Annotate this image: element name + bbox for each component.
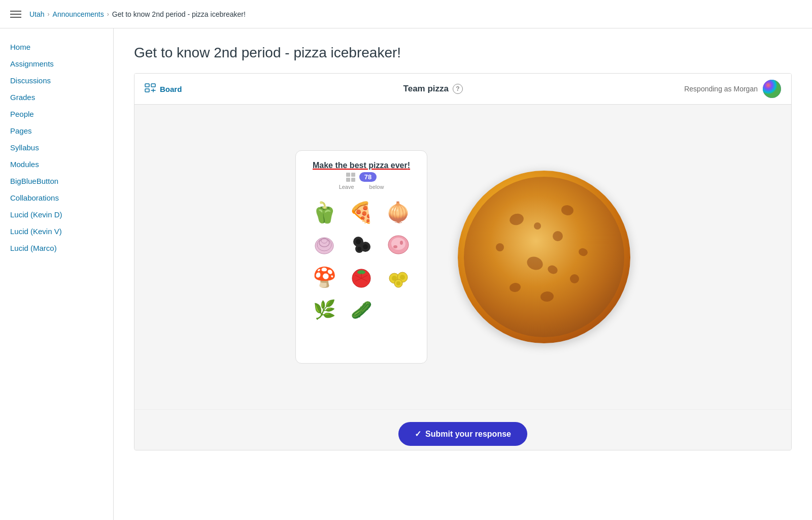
sidebar-item-lucid-kevin-d[interactable]: Lucid (Kevin D) xyxy=(0,206,113,223)
sidebar-item-assignments[interactable]: Assignments xyxy=(0,55,113,72)
breadcrumb-sep-1: › xyxy=(48,11,50,18)
pizza-display xyxy=(458,171,630,343)
help-icon[interactable]: ? xyxy=(453,84,463,94)
svg-point-16 xyxy=(391,238,405,250)
breadcrumb-current: Get to know 2nd period - pizza icebreake… xyxy=(112,10,246,18)
badge-right: below xyxy=(369,184,384,190)
title-emphasis: ever xyxy=(391,161,408,170)
layout: Home Assignments Discussions Grades Peop… xyxy=(0,28,812,520)
board-icon xyxy=(145,83,156,94)
svg-rect-0 xyxy=(145,84,149,87)
breadcrumb-section[interactable]: Announcements xyxy=(53,10,104,18)
svg-point-17 xyxy=(393,245,397,248)
topping-olives[interactable] xyxy=(345,231,378,259)
svg-point-5 xyxy=(315,238,333,254)
responding-as-text: Responding as Morgan xyxy=(684,85,758,93)
avatar xyxy=(763,80,781,98)
breadcrumb: Utah › Announcements › Get to know 2nd p… xyxy=(29,10,246,18)
svg-point-29 xyxy=(400,275,405,280)
breadcrumb-course[interactable]: Utah xyxy=(29,10,45,18)
submit-label: Submit your response xyxy=(425,430,511,439)
topping-cheese[interactable]: 🧅 xyxy=(382,198,415,226)
board-team: Team pizza ? xyxy=(403,84,463,94)
board-right: Responding as Morgan xyxy=(684,80,781,98)
sidebar-item-syllabus[interactable]: Syllabus xyxy=(0,139,113,156)
grid-icon xyxy=(346,173,356,182)
svg-point-4 xyxy=(763,80,781,98)
count-badge: 78 xyxy=(359,172,377,182)
activity-title: Make the best pizza ever! xyxy=(306,161,417,170)
svg-point-31 xyxy=(396,281,400,285)
menu-toggle[interactable] xyxy=(8,9,23,20)
title-suffix: ! xyxy=(408,161,410,170)
topping-pickled[interactable]: 🥒 xyxy=(345,296,378,324)
check-icon: ✓ xyxy=(415,429,421,439)
svg-point-12 xyxy=(363,244,368,249)
topping-mushroom[interactable]: 🍄 xyxy=(308,263,341,291)
topbar: Utah › Announcements › Get to know 2nd p… xyxy=(0,0,812,28)
sidebar: Home Assignments Discussions Grades Peop… xyxy=(0,28,114,520)
sidebar-item-modules[interactable]: Modules xyxy=(0,156,113,173)
svg-point-10 xyxy=(356,239,361,244)
board-left: Board xyxy=(145,83,182,94)
board-label[interactable]: Board xyxy=(160,85,182,93)
topping-green-pepper[interactable]: 🫑 xyxy=(308,198,341,226)
topping-onion[interactable] xyxy=(308,231,341,259)
title-text: Make the best pizza xyxy=(313,161,391,170)
badge-left: Leave xyxy=(339,184,354,190)
sidebar-item-bigbluebutton[interactable]: BigBlueButton xyxy=(0,173,113,189)
sidebar-item-people[interactable]: People xyxy=(0,106,113,122)
svg-point-18 xyxy=(400,241,403,245)
board-content: Make the best pizza ever! 78 Leave below xyxy=(134,105,791,409)
topping-pineapple[interactable] xyxy=(382,263,415,291)
toppings-card: Make the best pizza ever! 78 Leave below xyxy=(295,150,427,364)
sidebar-item-lucid-kevin-v[interactable]: Lucid (Kevin V) xyxy=(0,223,113,240)
topping-herb[interactable]: 🌿 xyxy=(308,296,341,324)
sidebar-item-pages[interactable]: Pages xyxy=(0,122,113,139)
topping-tomato[interactable] xyxy=(345,263,378,291)
sidebar-item-collaborations[interactable]: Collaborations xyxy=(0,189,113,206)
svg-rect-2 xyxy=(145,89,149,92)
pizza-activity: Make the best pizza ever! 78 Leave below xyxy=(295,150,630,364)
svg-point-14 xyxy=(357,247,361,251)
page-title: Get to know 2nd period - pizza icebreake… xyxy=(134,45,792,61)
topping-pepperoni[interactable]: 🍕 xyxy=(345,198,378,226)
toppings-grid: 🫑 🍕 🧅 xyxy=(306,196,417,326)
pizza-spots xyxy=(458,171,630,343)
submit-area: ✓ Submit your response xyxy=(134,409,791,450)
badge-area: 78 xyxy=(306,172,417,182)
submit-button[interactable]: ✓ Submit your response xyxy=(398,422,527,446)
svg-rect-1 xyxy=(151,84,155,87)
sidebar-item-lucid-marco[interactable]: Lucid (Marco) xyxy=(0,240,113,256)
sidebar-item-discussions[interactable]: Discussions xyxy=(0,72,113,89)
topping-ham[interactable] xyxy=(382,231,415,259)
main-content: Get to know 2nd period - pizza icebreake… xyxy=(114,28,812,520)
team-name: Team pizza xyxy=(403,84,449,94)
sidebar-item-grades[interactable]: Grades xyxy=(0,89,113,106)
breadcrumb-sep-2: › xyxy=(107,11,109,18)
board-panel: Board Team pizza ? Responding as Morgan xyxy=(134,73,792,450)
badge-sub: Leave below xyxy=(306,184,417,190)
sidebar-item-home[interactable]: Home xyxy=(0,39,113,55)
board-header: Board Team pizza ? Responding as Morgan xyxy=(134,74,791,105)
